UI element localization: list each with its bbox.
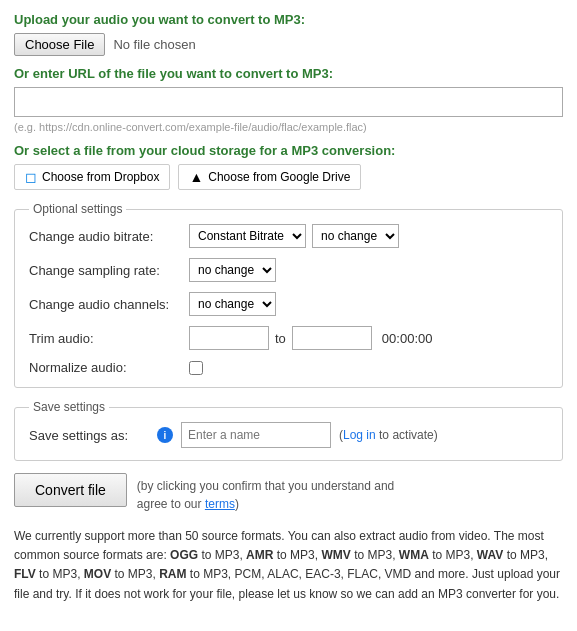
url-section: Or enter URL of the file you want to con… — [14, 66, 563, 133]
channels-row: Change audio channels: no change 1 (mono… — [29, 292, 548, 316]
sampling-select[interactable]: no change 8000 Hz 11025 Hz 22050 Hz 4410… — [189, 258, 276, 282]
save-label: Save settings as: — [29, 428, 149, 443]
dropbox-label: Choose from Dropbox — [42, 170, 159, 184]
convert-row: Convert file (by clicking you confirm th… — [14, 473, 563, 513]
channels-select[interactable]: no change 1 (mono) 2 (stereo) — [189, 292, 276, 316]
normalize-row: Normalize audio: — [29, 360, 548, 375]
save-settings-legend: Save settings — [29, 400, 109, 414]
bitrate-select[interactable]: Constant Bitrate Variable Bitrate — [189, 224, 306, 248]
dropbox-icon: ◻ — [25, 169, 37, 185]
convert-note: (by clicking you confirm that you unders… — [137, 473, 394, 513]
convert-note-line2: agree to our — [137, 497, 202, 511]
choose-file-button[interactable]: Choose File — [14, 33, 105, 56]
info-icon[interactable]: i — [157, 427, 173, 443]
convert-note-close: ) — [235, 497, 239, 511]
dropbox-button[interactable]: ◻ Choose from Dropbox — [14, 164, 170, 190]
gdrive-icon: ▲ — [189, 169, 203, 185]
upload-label: Upload your audio you want to convert to… — [14, 12, 563, 27]
bitrate-sub-select[interactable]: no change 64k 128k 192k 256k 320k — [312, 224, 399, 248]
sampling-row: Change sampling rate: no change 8000 Hz … — [29, 258, 548, 282]
convert-note-line1: (by clicking you confirm that you unders… — [137, 479, 394, 493]
gdrive-button[interactable]: ▲ Choose from Google Drive — [178, 164, 361, 190]
trim-to-input[interactable] — [292, 326, 372, 350]
upload-section: Upload your audio you want to convert to… — [14, 12, 563, 56]
normalize-label: Normalize audio: — [29, 360, 189, 375]
cloud-section: Or select a file from your cloud storage… — [14, 143, 563, 190]
trim-row: Trim audio: to 00:00:00 — [29, 326, 548, 350]
description-text: We currently support more than 50 source… — [14, 527, 563, 604]
normalize-checkbox[interactable] — [189, 361, 203, 375]
bitrate-label: Change audio bitrate: — [29, 229, 189, 244]
save-settings: Save settings Save settings as: i (Log i… — [14, 400, 563, 461]
cloud-label: Or select a file from your cloud storage… — [14, 143, 563, 158]
save-name-input[interactable] — [181, 422, 331, 448]
trim-from-input[interactable] — [189, 326, 269, 350]
trim-label: Trim audio: — [29, 331, 189, 346]
convert-button[interactable]: Convert file — [14, 473, 127, 507]
optional-settings-legend: Optional settings — [29, 202, 126, 216]
sampling-label: Change sampling rate: — [29, 263, 189, 278]
terms-link[interactable]: terms — [205, 497, 235, 511]
trim-time: 00:00:00 — [382, 331, 433, 346]
login-link[interactable]: Log in — [343, 428, 376, 442]
trim-to-label: to — [275, 331, 286, 346]
url-example: (e.g. https://cdn.online-convert.com/exa… — [14, 121, 563, 133]
no-file-text: No file chosen — [113, 37, 195, 52]
gdrive-label: Choose from Google Drive — [208, 170, 350, 184]
url-label: Or enter URL of the file you want to con… — [14, 66, 563, 81]
login-activate-text: (Log in to activate) — [339, 428, 438, 442]
channels-label: Change audio channels: — [29, 297, 189, 312]
url-input[interactable] — [14, 87, 563, 117]
optional-settings: Optional settings Change audio bitrate: … — [14, 202, 563, 388]
bitrate-row: Change audio bitrate: Constant Bitrate V… — [29, 224, 548, 248]
